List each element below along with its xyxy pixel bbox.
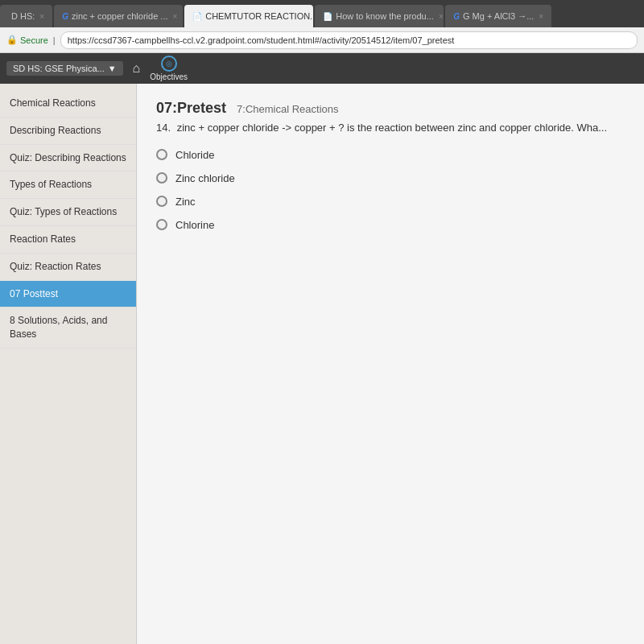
tab-2-label: zinc + copper chloride ... bbox=[72, 11, 168, 21]
tab-1-close[interactable]: × bbox=[39, 12, 44, 21]
tab-4-favicon: 📄 bbox=[323, 12, 332, 21]
sidebar-item-describing-reactions-label: Describing Reactions bbox=[10, 125, 101, 136]
answer-label-a: Chloride bbox=[175, 149, 214, 161]
sidebar-item-quiz-describing[interactable]: Quiz: Describing Reactions bbox=[0, 145, 136, 172]
answer-option-d[interactable]: Chlorine bbox=[156, 219, 625, 231]
sidebar-item-quiz-types-label: Quiz: Types of Reactions bbox=[10, 206, 117, 217]
tab-3[interactable]: 📄 CHEMTUTOR REACTION... × bbox=[184, 5, 313, 27]
tab-5[interactable]: G G Mg + AlCl3 →... × bbox=[445, 5, 551, 27]
radio-a[interactable] bbox=[156, 149, 167, 160]
content-area: Chemical Reactions Describing Reactions … bbox=[0, 84, 644, 644]
objectives-button[interactable]: ◎ Objectives bbox=[150, 56, 188, 81]
tab-4-close[interactable]: × bbox=[439, 12, 444, 21]
question-block: 14. zinc + copper chloride -> copper + ?… bbox=[156, 120, 625, 231]
answer-option-c[interactable]: Zinc bbox=[156, 196, 625, 208]
question-content: zinc + copper chloride -> copper + ? is … bbox=[177, 122, 607, 134]
tab-5-favicon: G bbox=[453, 12, 460, 21]
tab-5-close[interactable]: × bbox=[539, 12, 543, 21]
sidebar-item-quiz-reaction-rates[interactable]: Quiz: Reaction Rates bbox=[0, 254, 136, 281]
sidebar-item-reaction-rates[interactable]: Reaction Rates bbox=[0, 226, 136, 254]
tab-2-favicon: G bbox=[62, 12, 68, 21]
address-input[interactable] bbox=[60, 31, 638, 49]
tab-4-label: How to know the produ... bbox=[336, 11, 434, 21]
sidebar-item-quiz-describing-label: Quiz: Describing Reactions bbox=[10, 152, 126, 163]
objectives-label: Objectives bbox=[150, 72, 188, 81]
sidebar-item-solutions-acids[interactable]: 8 Solutions, Acids, and Bases bbox=[0, 308, 136, 349]
answer-option-b[interactable]: Zinc chloride bbox=[156, 172, 625, 184]
sidebar-item-reaction-rates-label: Reaction Rates bbox=[10, 233, 76, 245]
sidebar-item-types-of-reactions[interactable]: Types of Reactions bbox=[0, 171, 136, 199]
nav-label: SD HS: GSE Physica... bbox=[13, 64, 105, 73]
sidebar-item-07-posttest-label: 07 Posttest bbox=[10, 288, 58, 299]
tab-3-label: CHEMTUTOR REACTION... bbox=[205, 11, 313, 21]
tab-1[interactable]: D HS: × bbox=[0, 5, 52, 27]
question-text: 14. zinc + copper chloride -> copper + ?… bbox=[156, 120, 625, 136]
lock-icon: 🔒 bbox=[6, 35, 18, 45]
secure-badge: 🔒 Secure bbox=[6, 35, 48, 45]
main-panel: 07:Pretest 7:Chemical Reactions 14. zinc… bbox=[137, 84, 644, 644]
sidebar-item-describing-reactions[interactable]: Describing Reactions bbox=[0, 118, 136, 145]
question-number: 14. bbox=[156, 122, 171, 134]
sidebar-item-quiz-reaction-rates-label: Quiz: Reaction Rates bbox=[10, 261, 101, 272]
home-button[interactable]: ⌂ bbox=[130, 61, 144, 76]
secure-label: Secure bbox=[20, 35, 48, 45]
tab-5-label: G Mg + AlCl3 →... bbox=[463, 11, 534, 21]
sidebar-item-07-posttest[interactable]: 07 Posttest bbox=[0, 281, 136, 308]
radio-c[interactable] bbox=[156, 196, 167, 207]
tab-3-favicon: 📄 bbox=[192, 12, 202, 21]
tab-1-label: D HS: bbox=[11, 11, 35, 21]
page-title: 07:Pretest 7:Chemical Reactions bbox=[156, 100, 625, 117]
browser-window: D HS: × G zinc + copper chloride ... × 📄… bbox=[0, 0, 644, 644]
objectives-icon: ◎ bbox=[161, 56, 177, 72]
tab-bar: D HS: × G zinc + copper chloride ... × 📄… bbox=[0, 0, 644, 27]
sidebar-item-solutions-acids-label: 8 Solutions, Acids, and Bases bbox=[10, 315, 107, 340]
answer-label-b: Zinc chloride bbox=[175, 172, 235, 184]
chevron-down-icon: ▼ bbox=[108, 64, 117, 73]
sidebar-item-types-of-reactions-label: Types of Reactions bbox=[10, 179, 92, 190]
address-bar-row: 🔒 Secure | bbox=[0, 27, 644, 53]
tab-2[interactable]: G zinc + copper chloride ... × bbox=[54, 5, 183, 27]
tab-2-close[interactable]: × bbox=[173, 12, 178, 21]
answer-label-d: Chlorine bbox=[175, 219, 214, 231]
radio-b[interactable] bbox=[156, 172, 167, 184]
page-title-text: 07:Pretest bbox=[156, 100, 226, 116]
sidebar-item-chemical-reactions-label: Chemical Reactions bbox=[10, 97, 96, 109]
url-separator: | bbox=[53, 35, 56, 45]
sidebar-item-chemical-reactions[interactable]: Chemical Reactions bbox=[0, 90, 136, 118]
page-subtitle: 7:Chemical Reactions bbox=[237, 103, 338, 115]
browser-toolbar: SD HS: GSE Physica... ▼ ⌂ ◎ Objectives bbox=[0, 53, 644, 84]
tab-4[interactable]: 📄 How to know the produ... × bbox=[315, 5, 444, 27]
answer-label-c: Zinc bbox=[175, 196, 196, 208]
radio-d[interactable] bbox=[156, 219, 167, 230]
nav-dropdown[interactable]: SD HS: GSE Physica... ▼ bbox=[6, 61, 123, 76]
answer-option-a[interactable]: Chloride bbox=[156, 149, 625, 161]
sidebar: Chemical Reactions Describing Reactions … bbox=[0, 84, 137, 644]
sidebar-item-quiz-types[interactable]: Quiz: Types of Reactions bbox=[0, 199, 136, 226]
